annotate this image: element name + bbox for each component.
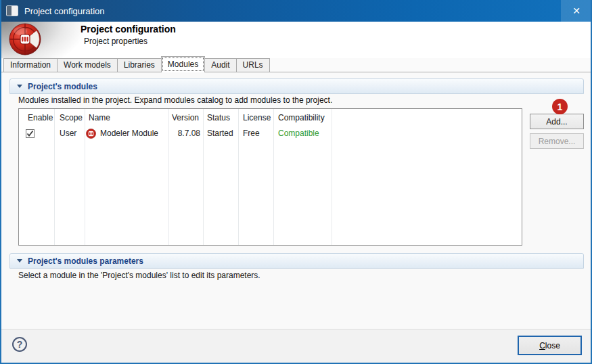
column-header-status[interactable]: Status [204, 113, 239, 122]
cell-version: 8.7.08 [169, 129, 204, 138]
tab-work-models[interactable]: Work models [57, 58, 118, 72]
table-header-row: Enable Scope Name Version Status License… [19, 109, 522, 126]
tab-bar: Information Work models Libraries Module… [1, 58, 591, 72]
modules-section-title: Project's modules [28, 82, 97, 91]
cell-license: Free [239, 129, 274, 138]
parameters-section-description: Select a module in the 'Project's module… [18, 271, 260, 280]
enable-checkbox-checked[interactable] [26, 129, 35, 138]
project-configuration-dialog: Project configuration ✕ Project [0, 0, 592, 364]
module-icon [86, 129, 96, 139]
app-window-icon [6, 5, 18, 16]
module-name-label: Modeler Module [100, 129, 158, 138]
modules-section-description: Modules installed in the project. Expand… [18, 95, 332, 105]
tab-content-modules: Project's modules Modules installed in t… [1, 72, 591, 329]
column-header-name[interactable]: Name [85, 113, 169, 122]
tab-urls[interactable]: URLs [236, 58, 270, 72]
cell-scope: User [54, 129, 85, 138]
page-title: Project configuration [81, 24, 176, 35]
column-header-compatibility[interactable]: Compatibility [274, 113, 332, 122]
add-button[interactable]: Add... [530, 114, 584, 129]
cell-compatibility: Compatible [274, 129, 332, 138]
modules-section-header[interactable]: Project's modules [9, 78, 584, 94]
table-row-modeler-module[interactable]: User Modeler Module 8.7.08 Started Free … [19, 126, 522, 141]
tab-information[interactable]: Information [3, 58, 58, 72]
column-header-enable[interactable]: Enable [19, 113, 54, 122]
page-subtitle: Project properties [84, 37, 147, 46]
close-button-mnemonic: C [539, 341, 545, 350]
close-icon[interactable]: ✕ [561, 0, 592, 22]
cell-name: Modeler Module [85, 129, 169, 139]
modules-table[interactable]: Enable Scope Name Version Status License… [18, 108, 522, 246]
cell-status: Started [204, 129, 239, 138]
title-bar: Project configuration ✕ [0, 0, 592, 22]
column-header-scope[interactable]: Scope [54, 113, 85, 122]
collapse-arrow-icon [17, 259, 22, 263]
close-button-label-rest: lose [545, 341, 560, 350]
dialog-header: Project configuration Project properties [1, 22, 591, 58]
modelio-logo-icon [9, 23, 41, 55]
annotation-badge-1: 1 [552, 99, 568, 114]
window-title: Project configuration [24, 6, 105, 16]
dialog-footer: ? Close [1, 329, 591, 363]
column-header-license[interactable]: License [239, 113, 274, 122]
tab-libraries[interactable]: Libraries [117, 58, 162, 72]
tab-audit[interactable]: Audit [204, 58, 236, 72]
collapse-arrow-icon [17, 85, 22, 88]
parameters-section-title: Project's modules parameters [28, 256, 143, 266]
tab-modules[interactable]: Modules [161, 56, 205, 72]
column-header-version[interactable]: Version [169, 113, 204, 122]
remove-button[interactable]: Remove... [530, 133, 584, 149]
help-icon[interactable]: ? [12, 337, 27, 352]
parameters-section-header[interactable]: Project's modules parameters [9, 253, 584, 269]
close-button[interactable]: Close [518, 336, 582, 355]
